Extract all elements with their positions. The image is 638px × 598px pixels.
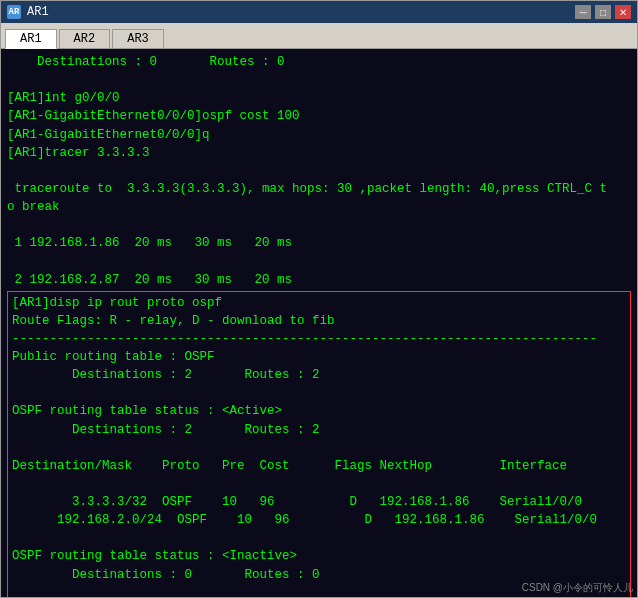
app-icon: AR: [7, 5, 21, 19]
window-controls[interactable]: ─ □ ✕: [575, 5, 631, 19]
minimize-button[interactable]: ─: [575, 5, 591, 19]
window-title: AR1: [27, 5, 49, 19]
main-window: AR AR1 ─ □ ✕ AR1 AR2 AR3 Destinations : …: [0, 0, 638, 598]
close-button[interactable]: ✕: [615, 5, 631, 19]
tab-ar2[interactable]: AR2: [59, 29, 111, 48]
tab-ar1[interactable]: AR1: [5, 29, 57, 49]
title-bar: AR AR1 ─ □ ✕: [1, 1, 637, 23]
tab-ar3[interactable]: AR3: [112, 29, 164, 48]
title-bar-left: AR AR1: [7, 5, 49, 19]
ospf-output: [AR1]disp ip rout proto ospf Route Flags…: [12, 294, 626, 597]
watermark: CSDN @小令的可怜人儿: [522, 581, 633, 596]
terminal-lines-before: Destinations : 0 Routes : 0 [AR1]int g0/…: [7, 53, 631, 289]
tab-bar: AR1 AR2 AR3: [1, 23, 637, 49]
ospf-highlighted-block: [AR1]disp ip rout proto ospf Route Flags…: [7, 291, 631, 597]
maximize-button[interactable]: □: [595, 5, 611, 19]
terminal-area[interactable]: Destinations : 0 Routes : 0 [AR1]int g0/…: [1, 49, 637, 597]
